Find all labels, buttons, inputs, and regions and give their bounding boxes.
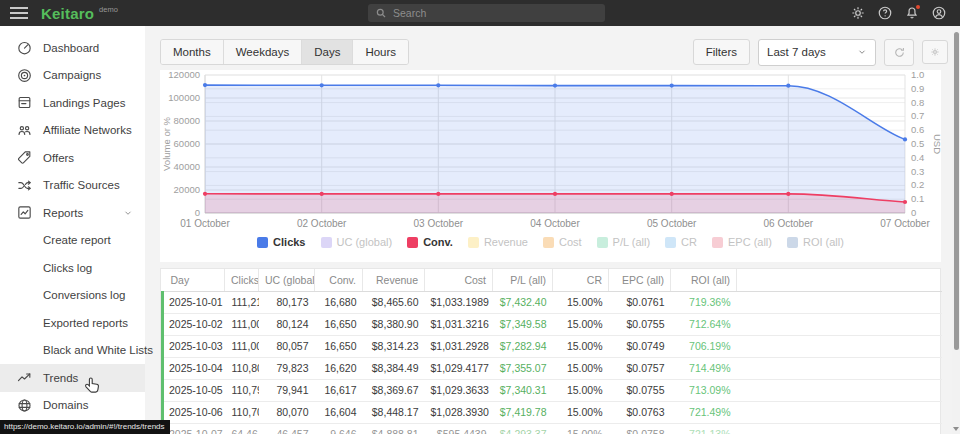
menu-icon[interactable] xyxy=(10,6,28,20)
refresh-button[interactable] xyxy=(884,39,914,66)
tab-weekdays[interactable]: Weekdays xyxy=(223,40,301,64)
column-header-clicks[interactable]: Clicks xyxy=(225,269,259,291)
svg-text:120000: 120000 xyxy=(168,70,200,80)
legend-item-p-l-all[interactable]: P/L (all) xyxy=(597,236,651,248)
legend-label: Cost xyxy=(559,236,582,248)
cell: 15.00% xyxy=(553,335,609,357)
table-row[interactable]: 2025-10-03111,0080,05716,650$8,314.23$1,… xyxy=(163,335,942,357)
scrollbar[interactable] xyxy=(952,26,960,434)
cell: 16,604 xyxy=(315,401,363,423)
table-row[interactable]: 2025-10-04110,8079,82316,620$8,384.49$1,… xyxy=(163,357,942,379)
legend-item-revenue[interactable]: Revenue xyxy=(468,236,528,248)
cell: $8,380.90 xyxy=(363,313,425,335)
legend-item-cost[interactable]: Cost xyxy=(543,236,582,248)
legend-swatch xyxy=(257,237,268,248)
filters-button[interactable]: Filters xyxy=(693,39,750,65)
column-header-day[interactable]: Day xyxy=(163,269,225,291)
legend-label: UC (global) xyxy=(337,236,393,248)
scrollbar-thumb[interactable] xyxy=(954,32,959,350)
legend-item-cr[interactable]: CR xyxy=(665,236,697,248)
column-header-revenue[interactable]: Revenue xyxy=(363,269,425,291)
legend-swatch xyxy=(665,237,676,248)
table-row[interactable]: 2025-10-01111,2180,17316,680$8,465.60$1,… xyxy=(163,291,942,313)
cell: 2025-10-02 xyxy=(163,313,225,335)
cell: 110,79 xyxy=(225,379,259,401)
cell: $7,419.78 xyxy=(493,401,553,423)
cell: 80,173 xyxy=(259,291,315,313)
cell: $595.4439 xyxy=(425,423,493,434)
tab-hours[interactable]: Hours xyxy=(352,40,408,64)
toolbar-right: Filters Last 7 days xyxy=(693,39,948,66)
date-range-select[interactable]: Last 7 days xyxy=(758,39,876,66)
column-header-uc-global[interactable]: UC (global) xyxy=(259,269,315,291)
profile-icon[interactable] xyxy=(931,5,947,21)
sidebar-item-offers[interactable]: Offers xyxy=(0,144,145,172)
svg-text:06 October: 06 October xyxy=(764,218,814,229)
affiliate-networks-icon xyxy=(16,122,33,139)
keitaro-logo[interactable]: Keitaro xyxy=(41,5,94,22)
sidebar-item-dashboard[interactable]: Dashboard xyxy=(0,34,145,62)
sidebar-item-label: Conversions log xyxy=(43,289,125,301)
chart-settings-button[interactable] xyxy=(922,40,948,64)
cell: 79,941 xyxy=(259,379,315,401)
tab-days[interactable]: Days xyxy=(301,40,352,64)
column-header-roi-all[interactable]: ROI (all) xyxy=(671,269,737,291)
cell: $0.0758 xyxy=(609,423,671,434)
cell: 111,00 xyxy=(225,313,259,335)
sidebar-item-conversions-log[interactable]: Conversions log xyxy=(0,282,145,310)
cell: $1,031.3216 xyxy=(425,313,493,335)
table-row[interactable]: 2025-10-0764,4646,4579,646$4,888.81$595.… xyxy=(163,423,942,434)
notifications-bell[interactable] xyxy=(904,5,920,21)
cell: 706.19% xyxy=(671,335,737,357)
cell: 110,80 xyxy=(225,357,259,379)
table-row[interactable]: 2025-10-02111,0080,12416,650$8,380.90$1,… xyxy=(163,313,942,335)
sidebar-item-exported-reports[interactable]: Exported reports xyxy=(0,309,145,337)
sidebar-item-domains[interactable]: Domains xyxy=(0,392,145,420)
trends-icon xyxy=(16,369,33,386)
cell: 16,650 xyxy=(315,313,363,335)
svg-text:0.1: 0.1 xyxy=(911,193,924,204)
sidebar-item-landings-pages[interactable]: Landings Pages xyxy=(0,89,145,117)
legend-item-uc-global[interactable]: UC (global) xyxy=(321,236,393,248)
sidebar-item-trends[interactable]: Trends xyxy=(0,364,145,392)
sidebar-item-reports[interactable]: Reports xyxy=(0,199,145,227)
cell: 713.09% xyxy=(671,379,737,401)
tab-months[interactable]: Months xyxy=(161,40,223,64)
legend-label: EPC (all) xyxy=(728,236,772,248)
table-row[interactable]: 2025-10-06110,7080,07016,604$8,448.17$1,… xyxy=(163,401,942,423)
trends-chart-card: 02000040000600008000010000012000000.10.2… xyxy=(160,70,941,262)
column-header-conv[interactable]: Conv. xyxy=(315,269,363,291)
trends-chart[interactable]: 02000040000600008000010000012000000.10.2… xyxy=(160,70,941,230)
column-header-p-l-all[interactable]: P/L (all) xyxy=(493,269,553,291)
cell: $7,340.31 xyxy=(493,379,553,401)
sidebar-item-black-and-white-lists[interactable]: Black and White Lists xyxy=(0,337,145,365)
legend-item-clicks[interactable]: Clicks xyxy=(257,236,305,248)
legend-swatch xyxy=(712,237,723,248)
legend-item-conv[interactable]: Conv. xyxy=(407,236,453,248)
search-input[interactable] xyxy=(393,7,598,19)
trends-table-card: DayClicksUC (global)Conv.RevenueCostP/L … xyxy=(160,268,941,434)
svg-text:07 October: 07 October xyxy=(880,218,930,229)
gear-icon[interactable] xyxy=(850,5,866,21)
sidebar-item-affiliate-networks[interactable]: Affiliate Networks xyxy=(0,117,145,145)
cell: 15.00% xyxy=(553,379,609,401)
table-row[interactable]: 2025-10-05110,7979,94116,617$8,369.67$1,… xyxy=(163,379,942,401)
scrollbar-down-arrow[interactable] xyxy=(953,427,959,431)
column-header-cost[interactable]: Cost xyxy=(425,269,493,291)
sidebar-item-traffic-sources[interactable]: Traffic Sources xyxy=(0,172,145,200)
search-bar[interactable] xyxy=(368,4,605,22)
legend-item-epc-all[interactable]: EPC (all) xyxy=(712,236,772,248)
legend-swatch xyxy=(321,237,332,248)
help-icon[interactable] xyxy=(877,5,893,21)
sidebar-item-campaigns[interactable]: Campaigns xyxy=(0,62,145,90)
cell: $0.0763 xyxy=(609,401,671,423)
cell: $8,448.17 xyxy=(363,401,425,423)
column-header-epc-all[interactable]: EPC (all) xyxy=(609,269,671,291)
sidebar-item-create-report[interactable]: Create report xyxy=(0,227,145,255)
column-header-cr[interactable]: CR xyxy=(553,269,609,291)
sidebar-item-clicks-log[interactable]: Clicks log xyxy=(0,254,145,282)
legend-item-roi-all[interactable]: ROI (all) xyxy=(787,236,844,248)
sidebar-item-label: Domains xyxy=(43,399,88,411)
cell: 721.13% xyxy=(671,423,737,434)
table-header-row: DayClicksUC (global)Conv.RevenueCostP/L … xyxy=(163,269,942,291)
